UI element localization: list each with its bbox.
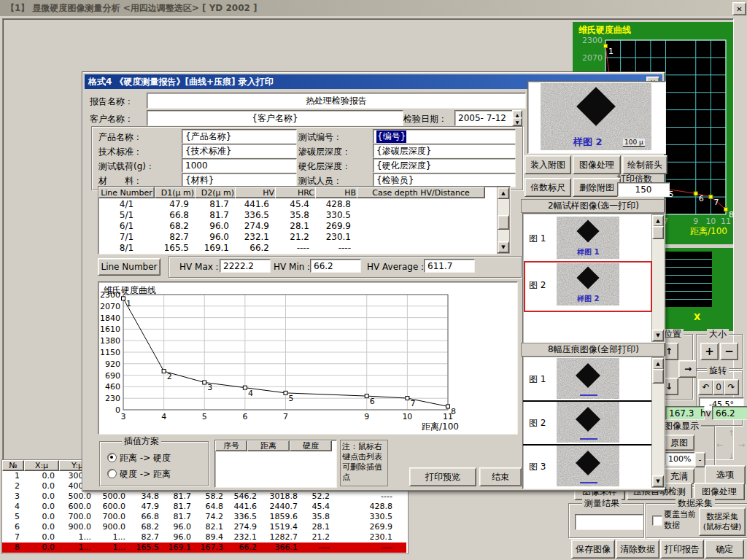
draw-arrow-button[interactable]: 绘制箭头 xyxy=(622,155,667,174)
print-preview-button[interactable]: 打印预览 xyxy=(409,467,476,486)
hardened-depth-input[interactable]: {硬化层深度} xyxy=(373,158,516,173)
scroll-down-button[interactable]: ▼ xyxy=(498,241,509,253)
move-right-button[interactable]: → xyxy=(678,360,697,378)
bottom-table-cell: 269.9 xyxy=(334,522,392,532)
table-header-4[interactable]: HRC xyxy=(275,187,319,198)
bottom-header-1[interactable]: X:μ xyxy=(24,460,59,471)
table-header-3[interactable]: HV xyxy=(235,187,279,198)
bottom-table-row[interactable]: 40.0600.0600.047.981.764.8441.62440.745.… xyxy=(2,502,406,512)
bottom-table-cell: 700.0 xyxy=(96,512,125,522)
interp-header-2[interactable]: 硬度 xyxy=(290,440,332,451)
bottom-table-row[interactable]: 80.01...1...165.5169.1167.366.2366.1----… xyxy=(2,542,406,553)
table-header-6[interactable]: Case depth HV/Distance xyxy=(357,187,485,198)
load-attachment-button[interactable]: 装入附图 xyxy=(525,155,571,174)
hv-average-field[interactable]: 611.7 xyxy=(424,259,475,273)
inspect-date-input[interactable]: 2005- 7-12 xyxy=(454,110,519,126)
overwrite-checkbox[interactable] xyxy=(652,516,662,526)
pan-cross[interactable]: ↑ ← → ↓ xyxy=(715,430,747,465)
bottom-table-row[interactable]: 70.01...1...82.796.089.4232.11282.721.22… xyxy=(2,532,406,542)
carburized-depth-input[interactable]: {渗碳层深度} xyxy=(373,144,516,158)
image-process-label-dlg: 图像处理 xyxy=(579,159,614,171)
svg-text:1: 1 xyxy=(126,299,131,308)
interp-point-list[interactable]: 序号距离硬度 xyxy=(214,440,337,488)
scroll-thumb[interactable] xyxy=(652,226,664,239)
original-size-button[interactable]: 原图 xyxy=(664,435,694,451)
scroll-down-button[interactable]: ▼ xyxy=(652,475,664,487)
vertical-scrollbar[interactable]: ▲▼ xyxy=(651,357,665,488)
scale-ruler-button[interactable]: 倍数标尺 xyxy=(525,178,571,197)
application-window: 【1】 显微硬度图像测量分析 <用四边调整选区> [ YD 2002 ] ✕ 维… xyxy=(0,0,747,560)
size-minus-button[interactable]: − xyxy=(720,343,738,360)
sample-item[interactable]: 图 1样图 1 xyxy=(525,217,650,259)
line-number-button[interactable]: Line Number xyxy=(98,258,160,276)
table-row[interactable]: 5/166.881.7336.535.8330.5 xyxy=(98,210,497,221)
selected-sample-outline xyxy=(524,261,652,312)
measure-result-field[interactable] xyxy=(575,514,643,530)
fit-button[interactable]: 充满 xyxy=(664,468,694,484)
image-process-button-dlg[interactable]: 图像处理 xyxy=(573,155,621,174)
scroll-thumb[interactable] xyxy=(652,369,664,384)
end-button[interactable]: 结束 xyxy=(479,467,522,486)
bottom-table-cell: 47.9 xyxy=(130,502,159,512)
scroll-up-button[interactable]: ▲ xyxy=(652,358,664,370)
delete-attachment-button[interactable]: 删除附图 xyxy=(573,178,621,197)
standard-input[interactable]: {技术标准} xyxy=(182,144,297,158)
rotate-zero-button[interactable]: 0 xyxy=(713,379,724,395)
indent-item[interactable]: 图 1 xyxy=(525,358,650,399)
table-header-0[interactable]: Line Number xyxy=(98,187,155,198)
hv-max-field[interactable]: 2222.2 xyxy=(220,259,271,273)
table-row[interactable]: 6/168.296.0274.928.1269.9 xyxy=(98,221,497,232)
table-header-5[interactable]: HB xyxy=(315,187,360,198)
test-load-input[interactable]: 1000 xyxy=(182,158,297,173)
bottom-table-row[interactable]: 30.0500.0500.034.881.758.2546.23018.852.… xyxy=(2,491,406,502)
bottom-header-0[interactable]: № xyxy=(2,460,24,471)
vertical-scrollbar[interactable]: ▲▼ xyxy=(497,187,510,254)
table-header-1[interactable]: D1(μ m) xyxy=(155,187,198,198)
table-row[interactable]: 4/147.981.7441.645.4428.8 xyxy=(98,199,497,210)
rotate-ccw-button[interactable]: ↶ xyxy=(698,379,713,395)
table-cell: 169.1 xyxy=(195,243,229,253)
indent-item[interactable]: 图 2 xyxy=(525,402,650,443)
indent-item[interactable]: 图 3 xyxy=(525,446,650,486)
scroll-thumb[interactable] xyxy=(498,215,509,230)
scroll-up-button[interactable]: ▲ xyxy=(652,215,664,227)
product-name-input[interactable]: {产品名称} xyxy=(182,129,297,144)
clear-data-button[interactable]: 清除数据 xyxy=(616,540,659,559)
acquire-button[interactable]: 数据采集 (鼠标右键) xyxy=(699,508,746,536)
date-spin-down-button[interactable]: ▼ xyxy=(512,117,522,126)
table-header-2[interactable]: D2(μ m) xyxy=(195,187,239,198)
table-row[interactable]: 7/182.796.0232.121.2230.1 xyxy=(98,232,497,243)
report-name-input[interactable]: 热处理检验报告 xyxy=(147,93,526,109)
bottom-table-cell: 0.0 xyxy=(24,481,55,491)
interp-header-0[interactable]: 序号 xyxy=(215,440,247,451)
interp-header-1[interactable]: 距离 xyxy=(247,440,290,451)
radio-dist-to-hv[interactable] xyxy=(107,453,117,462)
table-row[interactable]: 8/1165.5169.166.2-------- xyxy=(98,243,497,254)
rotate-cw-button[interactable]: ↷ xyxy=(724,379,739,395)
bottom-table-row[interactable]: 50.0700.0700.066.881.774.2336.51859.635.… xyxy=(2,512,406,522)
save-image-button[interactable]: 保存图像 xyxy=(571,540,615,559)
svg-text:5: 5 xyxy=(289,394,294,403)
indent-item-caption-mark xyxy=(580,394,597,396)
customer-name-input[interactable]: {客户名称} xyxy=(147,110,403,126)
scroll-down-button[interactable]: ▼ xyxy=(652,330,664,341)
print-report-button[interactable]: 打印报告 xyxy=(660,540,704,559)
window-close-button[interactable]: ✕ xyxy=(732,2,746,15)
ok-button[interactable]: 确定 xyxy=(705,540,744,559)
table-cell: 96.0 xyxy=(195,232,229,242)
scroll-up-button[interactable]: ▲ xyxy=(498,187,509,199)
bottom-table-row[interactable]: 60.0900.0900.068.296.082.1274.91519.428.… xyxy=(2,522,406,532)
vertical-scrollbar[interactable]: ▲▼ xyxy=(651,214,665,342)
acquire-group: 数据采集 覆盖当前数据 数据采集 (鼠标右键) xyxy=(646,503,747,538)
test-no-input[interactable]: {编号} xyxy=(373,129,516,144)
zoom-minus-button[interactable]: - xyxy=(694,452,705,467)
tester-input[interactable]: {检验员} xyxy=(373,173,516,187)
acquire-group-label: 数据采集 xyxy=(676,498,715,508)
material-input[interactable]: {材料} xyxy=(182,173,297,187)
radio-hv-to-dist[interactable] xyxy=(107,469,117,478)
diagonal-value: 167.3 xyxy=(669,408,694,419)
hv-min-field[interactable]: 66.2 xyxy=(310,259,361,273)
print-zoom-field[interactable]: 150 xyxy=(617,182,670,197)
size-plus-button[interactable]: + xyxy=(700,343,719,360)
options-button[interactable]: 选项 xyxy=(705,465,746,484)
